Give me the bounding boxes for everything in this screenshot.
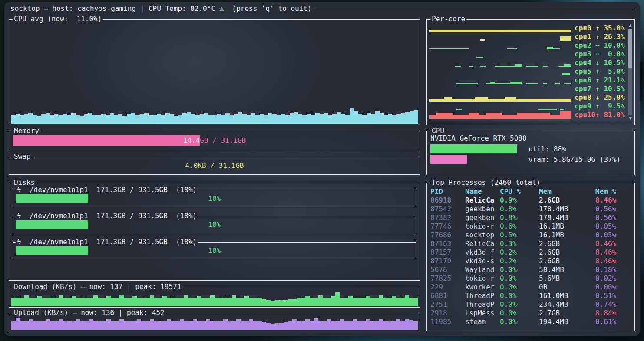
spark-bar (101, 114, 106, 124)
spark-bar (128, 298, 132, 306)
core-spark-segment (543, 66, 548, 67)
spark-bar (16, 114, 20, 124)
swap-panel: Swap 4.0KB / 31.1GB (9, 157, 420, 175)
process-row[interactable]: 86918RelicCa0.9%2.6GB8.46% (427, 196, 633, 205)
process-mem-percent: 0.02% (595, 274, 616, 283)
process-row[interactable]: 87382geekben0.8%178.4MB0.56% (427, 213, 633, 222)
spark-bar (89, 298, 93, 306)
process-row[interactable]: 229kworker0.0%0B0.00% (427, 283, 633, 292)
process-name: geekben (465, 213, 494, 222)
core-spark-segment (564, 64, 571, 67)
spark-bar (158, 321, 162, 330)
process-name: ThreadP (465, 300, 494, 309)
spark-bar (371, 114, 375, 124)
process-row[interactable]: 5676Wayland0.0%58.4MB0.18% (427, 266, 633, 274)
process-row[interactable]: 77686socktop0.5%16.1MB0.05% (427, 231, 633, 239)
spark-bar (253, 298, 258, 306)
spark-bar (200, 114, 204, 124)
spark-bar (98, 298, 102, 306)
spark-bar (288, 299, 292, 306)
cpu-avg-panel: CPU avg (now: 11.0%) (9, 19, 420, 125)
core-row: cpu10↑ 81.0% (429, 111, 629, 119)
spark-bar (268, 113, 273, 124)
process-pid: 87170 (430, 257, 451, 266)
core-spark-segment (540, 113, 550, 119)
scrollbar-thumb[interactable] (628, 29, 632, 68)
scroll-down-icon[interactable]: ▼ (629, 116, 632, 121)
process-mem: 2.6GB (539, 239, 560, 248)
spark-bar (55, 298, 59, 306)
spark-bar (230, 115, 234, 124)
spark-bar (193, 298, 197, 306)
core-label: cpu10↑ 81.0% (575, 111, 625, 119)
core-spark-segment (526, 66, 538, 67)
process-pid: 87542 (430, 205, 451, 213)
spark-bar (175, 321, 180, 330)
process-name: LspMess (465, 309, 494, 318)
spark-bar (384, 115, 388, 124)
spark-bar (29, 298, 33, 306)
core-spark-segment (543, 83, 547, 84)
core-spark-segment (429, 48, 469, 49)
spark-bar (266, 323, 271, 330)
process-cpu-percent: 0.9% (500, 196, 517, 205)
process-row[interactable]: 87163RelicCa0.3%2.6GB8.46% (427, 239, 633, 248)
process-mem: 2.6GB (539, 248, 560, 257)
process-row[interactable]: 77825tokio-r0.0%5.6MB0.02% (427, 274, 633, 283)
spark-bar (58, 115, 63, 124)
core-sparkline (429, 33, 571, 41)
core-spark-segment (455, 66, 461, 67)
per-core-scrollbar[interactable]: ▲ ▼ (628, 23, 633, 121)
spark-bar (16, 318, 20, 330)
spark-bar (106, 319, 111, 330)
process-row[interactable]: 87157vkd3d_f0.2%2.6GB8.46% (427, 248, 633, 257)
spark-bar (285, 115, 290, 124)
app-titlebar: socktop — host: cachyos-gaming | CPU Tem… (10, 4, 634, 13)
spark-bar (219, 321, 223, 330)
process-row[interactable]: 6881ThreadP0.0%161.0MB0.51% (427, 292, 633, 300)
spark-bar (318, 321, 323, 330)
process-mem-percent: 8.84% (595, 309, 616, 318)
scroll-up-icon[interactable]: ▲ (629, 23, 632, 28)
spark-bar (188, 298, 193, 306)
core-sparkline (429, 85, 571, 93)
process-row[interactable]: 2918LspMess0.0%2.7GB8.84% (427, 309, 633, 318)
process-row[interactable]: 87542geekben0.8%178.4MB0.56% (427, 205, 633, 213)
spark-bar (328, 115, 333, 124)
gpu-util-bar (430, 144, 517, 153)
spark-bar (284, 300, 288, 306)
process-name: ThreadP (465, 292, 494, 300)
core-spark-segment (564, 83, 571, 84)
core-spark-segment (486, 113, 502, 119)
process-row[interactable]: 2751ThreadP0.0%234.4MB0.74% (427, 300, 633, 309)
spark-bar (114, 115, 119, 124)
spark-bar (392, 296, 396, 306)
spark-bar (413, 321, 418, 330)
core-spark-segment (505, 97, 516, 102)
spark-bar (414, 110, 418, 124)
spark-bar (92, 115, 97, 124)
spark-bar (244, 296, 249, 306)
gpu-vram-label: vram: 5.8G/15.9G (37%) (528, 155, 621, 164)
process-row[interactable]: 77746tokio-r0.6%16.1MB0.05% (427, 222, 633, 231)
spark-bar (396, 114, 401, 124)
spark-bar (46, 298, 50, 306)
process-row[interactable]: 87170vkd3d-s0.2%2.6GB8.46% (427, 257, 633, 266)
memory-panel: Memory 14.4GB / 31.1GB 14.4GB / 31.1GB (9, 131, 420, 151)
spark-bar (331, 296, 336, 306)
spark-bar (24, 114, 29, 124)
spark-bar (288, 321, 292, 330)
core-spark-segment (456, 83, 478, 84)
core-sparkline (429, 59, 571, 67)
spark-bar (348, 296, 353, 306)
spark-bar (244, 321, 249, 330)
spark-bar (258, 321, 262, 330)
scrollbar-track[interactable] (628, 29, 632, 115)
spark-bar (137, 298, 141, 306)
process-cpu-percent: 0.8% (500, 213, 517, 222)
spark-bar (374, 321, 379, 330)
spark-bar (262, 322, 266, 330)
core-spark-segment (480, 66, 486, 67)
spark-bar (180, 319, 184, 330)
process-row[interactable]: 11985steam0.0%194.4MB0.61% (427, 318, 633, 326)
